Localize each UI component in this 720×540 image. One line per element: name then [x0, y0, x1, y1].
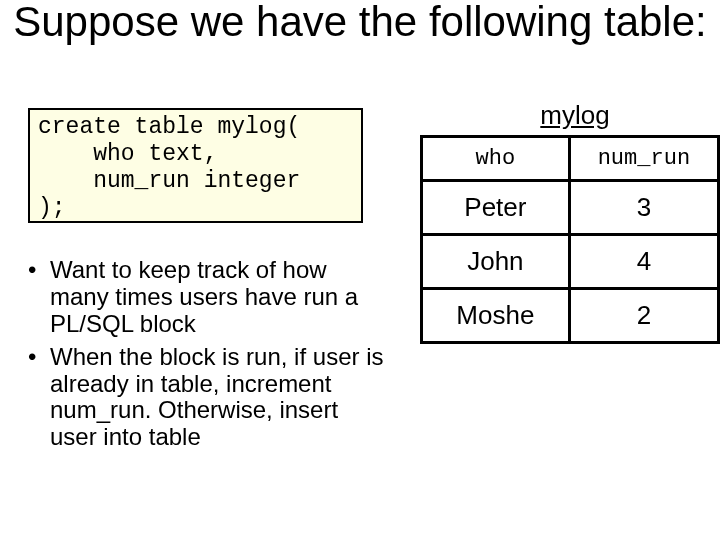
- sql-code-block: create table mylog( who text, num_run in…: [28, 108, 363, 223]
- cell-who: Moshe: [422, 289, 570, 343]
- table-row: Moshe 2: [422, 289, 719, 343]
- bullet-list: Want to keep track of how many times use…: [28, 257, 388, 457]
- bullet-item: Want to keep track of how many times use…: [28, 257, 388, 338]
- mylog-table: who num_run Peter 3 John 4 Moshe 2: [420, 135, 720, 344]
- table-caption: mylog: [485, 100, 665, 131]
- cell-who: Peter: [422, 181, 570, 235]
- slide-title: Suppose we have the following table:: [10, 0, 710, 44]
- col-header-who: who: [422, 137, 570, 181]
- table-row: John 4: [422, 235, 719, 289]
- col-header-numrun: num_run: [569, 137, 718, 181]
- table-header-row: who num_run: [422, 137, 719, 181]
- bullet-item: When the block is run, if user is alread…: [28, 344, 388, 452]
- cell-who: John: [422, 235, 570, 289]
- cell-numrun: 4: [569, 235, 718, 289]
- table-row: Peter 3: [422, 181, 719, 235]
- cell-numrun: 2: [569, 289, 718, 343]
- slide: Suppose we have the following table: cre…: [0, 0, 720, 540]
- cell-numrun: 3: [569, 181, 718, 235]
